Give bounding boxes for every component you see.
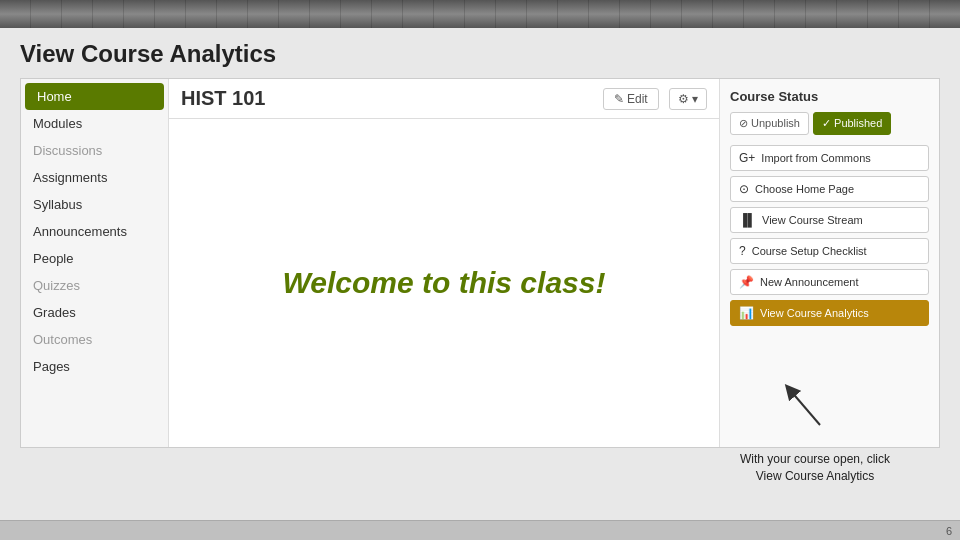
- sidebar-item-modules[interactable]: Modules: [21, 110, 168, 137]
- gear-button[interactable]: ⚙ ▾: [669, 88, 707, 110]
- status-buttons: ⊘ Unpublish ✓ Published: [730, 112, 929, 135]
- panel-btn-icon-3: ?: [739, 244, 746, 258]
- course-title: HIST 101: [181, 87, 593, 110]
- panel-btn-icon-0: G+: [739, 151, 755, 165]
- sidebar-item-grades[interactable]: Grades: [21, 299, 168, 326]
- annotation-text: With your course open, click View Course…: [730, 451, 900, 485]
- right-panel: Course Status ⊘ Unpublish ✓ Published G+…: [719, 79, 939, 447]
- sidebar-item-syllabus[interactable]: Syllabus: [21, 191, 168, 218]
- panel-btn-label-4: New Announcement: [760, 276, 858, 288]
- panel-btn-icon-4: 📌: [739, 275, 754, 289]
- panel-btn-label-2: View Course Stream: [762, 214, 863, 226]
- panel-btn-label-3: Course Setup Checklist: [752, 245, 867, 257]
- panel-btn-new-announcement[interactable]: 📌New Announcement: [730, 269, 929, 295]
- sidebar-item-pages[interactable]: Pages: [21, 353, 168, 380]
- sidebar-item-home[interactable]: Home: [25, 83, 164, 110]
- panel-btn-import-from-commons[interactable]: G+Import from Commons: [730, 145, 929, 171]
- page-number: 6: [946, 525, 952, 537]
- course-header: HIST 101 ✎ Edit ⚙ ▾: [169, 79, 719, 119]
- sidebar-item-announcements[interactable]: Announcements: [21, 218, 168, 245]
- footer: 6: [0, 520, 960, 540]
- panel-btn-course-setup-checklist[interactable]: ?Course Setup Checklist: [730, 238, 929, 264]
- published-button[interactable]: ✓ Published: [813, 112, 891, 135]
- sidebar-item-people[interactable]: People: [21, 245, 168, 272]
- panel-btn-view-course-analytics[interactable]: 📊View Course Analytics: [730, 300, 929, 326]
- panel-btn-label-5: View Course Analytics: [760, 307, 869, 319]
- edit-button[interactable]: ✎ Edit: [603, 88, 659, 110]
- panel-btn-label-1: Choose Home Page: [755, 183, 854, 195]
- unpublish-button[interactable]: ⊘ Unpublish: [730, 112, 809, 135]
- panel-buttons-container: G+Import from Commons⊙Choose Home Page▐▌…: [730, 145, 929, 326]
- panel-btn-icon-1: ⊙: [739, 182, 749, 196]
- top-decorative-bar: [0, 0, 960, 28]
- sidebar-item-assignments[interactable]: Assignments: [21, 164, 168, 191]
- main-content: View Course Analytics HomeModulesDiscuss…: [0, 28, 960, 520]
- welcome-text: Welcome to this class!: [283, 266, 606, 300]
- sidebar-item-quizzes[interactable]: Quizzes: [21, 272, 168, 299]
- canvas-ui-simulation: HomeModulesDiscussionsAssignmentsSyllabu…: [20, 78, 940, 448]
- welcome-area: Welcome to this class!: [169, 119, 719, 447]
- panel-btn-icon-2: ▐▌: [739, 213, 756, 227]
- panel-btn-choose-home-page[interactable]: ⊙Choose Home Page: [730, 176, 929, 202]
- page-title: View Course Analytics: [20, 40, 940, 68]
- course-content-area: HIST 101 ✎ Edit ⚙ ▾ Welcome to this clas…: [169, 79, 719, 447]
- sidebar-item-outcomes[interactable]: Outcomes: [21, 326, 168, 353]
- sidebar: HomeModulesDiscussionsAssignmentsSyllabu…: [21, 79, 169, 447]
- course-status-title: Course Status: [730, 89, 929, 104]
- panel-btn-icon-5: 📊: [739, 306, 754, 320]
- sidebar-item-discussions[interactable]: Discussions: [21, 137, 168, 164]
- panel-btn-view-course-stream[interactable]: ▐▌View Course Stream: [730, 207, 929, 233]
- panel-btn-label-0: Import from Commons: [761, 152, 870, 164]
